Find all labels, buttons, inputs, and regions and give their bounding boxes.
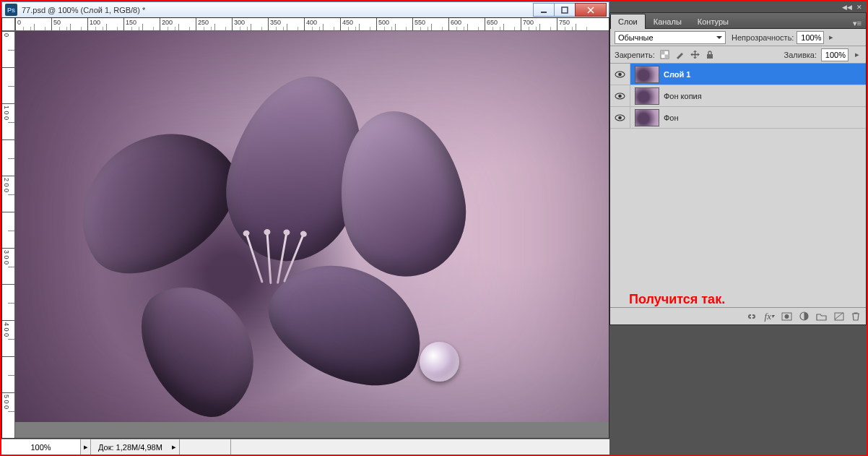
tab-Каналы[interactable]: Каналы <box>646 14 690 29</box>
ruler-tick: 0 <box>2 31 15 67</box>
lock-label: Закрепить: <box>615 51 655 59</box>
zoom-level[interactable]: 100% <box>1 439 81 455</box>
ruler-tick: 300 <box>232 18 268 31</box>
fill-slider-icon[interactable]: ▸ <box>853 48 862 61</box>
ruler-tick: 250 <box>196 18 232 31</box>
panel-body: Обычные Непрозрачность: 100% ▸ Закрепить… <box>610 29 866 307</box>
ruler-tick: 150 <box>123 18 160 31</box>
ruler-vertical[interactable]: 01 0 02 0 03 0 04 0 05 0 0 <box>2 31 15 438</box>
svg-rect-5 <box>707 54 713 59</box>
blend-mode-select[interactable]: Обычные <box>615 31 726 44</box>
ruler-tick: 400 <box>304 18 340 31</box>
document-window: Ps 77.psd @ 100% (Слой 1, RGB/8) * 05010… <box>1 1 609 455</box>
maximize-button[interactable] <box>554 3 576 17</box>
opacity-input[interactable]: 100% <box>797 31 824 44</box>
app-icon: Ps <box>5 4 17 16</box>
panel-tabs: СлоиКаналыКонтуры▾≡ <box>610 13 866 29</box>
opacity-slider-icon[interactable]: ▸ <box>827 31 836 44</box>
layer-name: Фон копия <box>664 92 702 100</box>
blend-opacity-row: Обычные Непрозрачность: 100% ▸ <box>610 29 866 46</box>
svg-point-13 <box>785 314 789 319</box>
minimize-button[interactable] <box>533 3 555 17</box>
layer-list: Слой 1Фон копияФон <box>610 64 866 279</box>
layer-name: Фон <box>664 113 679 122</box>
ruler-tick <box>2 356 15 392</box>
ruler-corner[interactable] <box>2 18 15 31</box>
tab-Слои[interactable]: Слои <box>610 14 646 29</box>
titlebar[interactable]: Ps 77.psd @ 100% (Слой 1, RGB/8) * <box>1 1 609 17</box>
svg-point-9 <box>618 94 622 98</box>
panel-chrome: ◀◀ ✕ <box>609 1 867 13</box>
window-title: 77.psd @ 100% (Слой 1, RGB/8) * <box>22 6 533 14</box>
canvas-area: 0501001502002503003504004505005506006507… <box>1 17 609 439</box>
ruler-tick <box>2 284 15 320</box>
status-spacer <box>230 439 609 455</box>
svg-rect-3 <box>661 51 665 55</box>
ruler-tick: 700 <box>521 18 557 31</box>
ruler-horizontal[interactable]: 0501001502002503003504004505005506006507… <box>15 18 609 31</box>
ruler-tick: 3 0 0 <box>2 248 15 284</box>
svg-rect-15 <box>835 313 843 320</box>
ruler-tick: 350 <box>268 18 304 31</box>
panel-footer: fx▾ <box>610 307 866 324</box>
ruler-tick <box>2 139 15 176</box>
status-bar: 100% ▸ Док: 1,28M/4,98M ▸ <box>1 439 609 455</box>
visibility-eye-icon[interactable] <box>610 85 630 106</box>
ruler-tick: 50 <box>51 18 87 31</box>
panel-menu-icon[interactable]: ▾≡ <box>849 19 866 28</box>
status-menu-icon[interactable]: ▸ <box>170 439 180 455</box>
layer-thumbnail[interactable] <box>635 109 659 126</box>
collapse-left-icon[interactable]: ◀◀ <box>842 4 852 11</box>
svg-rect-4 <box>664 55 669 59</box>
panel-dock: ◀◀ ✕ СлоиКаналыКонтуры▾≡ Обычные Непрозр… <box>609 1 867 455</box>
ruler-tick: 2 0 0 <box>2 176 15 212</box>
layer-thumbnail[interactable] <box>635 87 659 105</box>
link-layers-icon[interactable] <box>746 312 758 321</box>
ruler-tick: 0 <box>15 18 51 31</box>
fill-label: Заливка: <box>784 51 817 59</box>
lock-all-icon[interactable] <box>705 49 716 60</box>
blend-mode-value: Обычные <box>618 33 654 42</box>
ruler-tick: 4 0 0 <box>2 320 15 356</box>
close-button[interactable] <box>575 3 607 17</box>
ruler-tick: 600 <box>448 18 485 31</box>
visibility-eye-icon[interactable] <box>610 107 630 128</box>
lock-transparency-icon[interactable] <box>659 49 670 60</box>
lock-position-icon[interactable] <box>690 49 700 60</box>
tab-Контуры[interactable]: Контуры <box>690 14 737 29</box>
ruler-tick: 450 <box>340 18 376 31</box>
layer-name: Слой 1 <box>664 70 690 79</box>
new-layer-icon[interactable] <box>834 312 844 321</box>
layer-mask-icon[interactable] <box>781 312 792 321</box>
water-drop <box>420 342 459 382</box>
canvas[interactable] <box>15 31 609 422</box>
status-chevron-icon[interactable]: ▸ <box>81 439 91 455</box>
ruler-tick: 100 <box>87 18 123 31</box>
visibility-eye-icon[interactable] <box>610 64 630 85</box>
close-panel-icon[interactable]: ✕ <box>856 4 862 11</box>
svg-rect-0 <box>541 12 547 13</box>
layer-style-icon[interactable]: fx▾ <box>765 311 774 322</box>
ruler-tick: 1 0 0 <box>2 103 15 139</box>
svg-point-7 <box>618 72 622 76</box>
ruler-tick <box>2 67 15 103</box>
dock-empty <box>609 325 867 455</box>
layer-row[interactable]: Фон <box>610 107 866 129</box>
doc-size-info[interactable]: Док: 1,28M/4,98M <box>91 443 170 452</box>
layer-row[interactable]: Фон копия <box>610 85 866 107</box>
lock-fill-row: Закрепить: Заливка: 100% ▸ <box>610 46 866 64</box>
ruler-tick: 200 <box>160 18 196 31</box>
layer-thumbnail[interactable] <box>635 66 659 83</box>
lock-pixels-icon[interactable] <box>674 49 685 60</box>
fill-input[interactable]: 100% <box>821 48 849 61</box>
app-frame: Ps 77.psd @ 100% (Слой 1, RGB/8) * 05010… <box>1 1 867 455</box>
ruler-tick: 650 <box>485 18 521 31</box>
delete-layer-icon[interactable] <box>851 311 860 321</box>
adjustment-layer-icon[interactable] <box>799 311 809 321</box>
ruler-tick: 750 <box>557 18 593 31</box>
new-group-icon[interactable] <box>816 312 827 321</box>
opacity-label: Непрозрачность: <box>732 33 794 42</box>
layer-row[interactable]: Слой 1 <box>610 64 866 85</box>
ruler-tick: 5 0 0 <box>2 392 15 429</box>
ruler-tick: 500 <box>376 18 412 31</box>
